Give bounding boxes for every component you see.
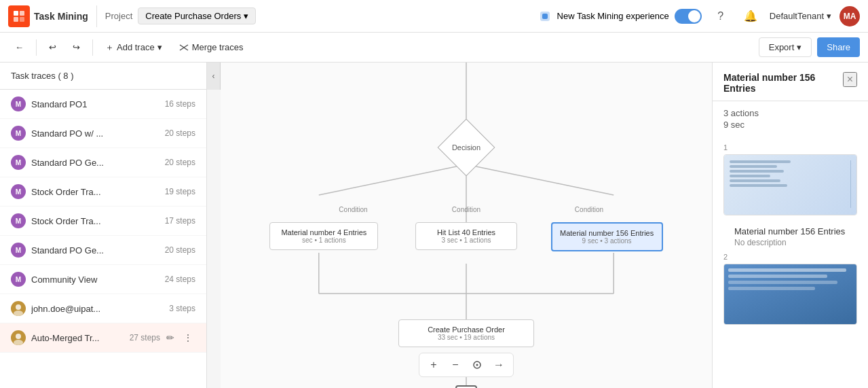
avatar: M [11, 96, 26, 111]
back-icon: ← [15, 42, 24, 52]
node-bottom[interactable]: Create Purchase Order 33 sec • 19 action… [398, 319, 534, 347]
trace-name: Auto-Merged Tr... [31, 333, 124, 343]
left-panel: Task traces ( 8 ) M Standard PO1 16 step… [0, 63, 207, 388]
avatar: M [11, 213, 26, 228]
help-button[interactable]: ? [710, 5, 732, 27]
node-right[interactable]: Material number 156 Entries 9 sec • 3 ac… [551, 222, 663, 251]
trace-item[interactable]: M Standard PO Ge... 20 steps [0, 148, 206, 177]
notifications-button[interactable]: 🔔 [740, 5, 761, 27]
trace-steps: 24 steps [165, 275, 195, 284]
trace-name: Standard PO Ge... [31, 245, 159, 255]
screenshot-thumb[interactable] [723, 154, 857, 215]
share-button[interactable]: Share [817, 37, 860, 57]
user-avatar[interactable]: MA [839, 6, 860, 27]
thumb-line [730, 175, 770, 177]
canvas-content: Condition Condition Condition Decision M… [221, 63, 712, 388]
screenshot-num: 1 [723, 143, 857, 152]
toolbar-right: Export ▾ Share [759, 37, 860, 57]
svg-rect-5 [542, 14, 548, 19]
avatar: M [11, 243, 26, 258]
zoom-in-button[interactable]: + [425, 356, 442, 374]
trace-item[interactable]: john.doe@uipat... 3 steps [0, 294, 206, 323]
avatar [11, 330, 26, 345]
toolbar-divider-2 [92, 39, 93, 56]
actions-count: 3 actions [723, 108, 857, 118]
experience-icon [538, 10, 552, 23]
thumb-line [730, 170, 784, 173]
back-button[interactable]: ← [8, 39, 31, 56]
trace-list: M Standard PO1 16 steps M Standard PO w/… [0, 90, 206, 388]
trace-item[interactable]: M Stock Order Tra... 19 steps [0, 177, 206, 207]
logo-icon [8, 5, 30, 27]
thumb-line [728, 281, 837, 284]
trace-steps: 3 steps [169, 304, 195, 313]
merge-icon [178, 42, 189, 53]
redo-icon: ↪ [73, 42, 80, 52]
experience-toggle-switch[interactable] [675, 9, 702, 24]
redo-button[interactable]: ↪ [66, 39, 87, 56]
nav-right: New Task Mining experience ? 🔔 DefaultTe… [538, 5, 860, 27]
add-trace-button[interactable]: ＋ Add trace ▾ [98, 38, 169, 57]
screenshot-thumb-inner-2 [724, 264, 856, 324]
svg-point-7 [14, 311, 23, 316]
toolbar: ← ↩ ↪ ＋ Add trace ▾ Merge traces Export … [0, 33, 868, 63]
trace-item[interactable]: M Stock Order Tra... 17 steps [0, 207, 206, 236]
trace-name: Standard PO1 [31, 99, 159, 109]
svg-point-9 [14, 340, 23, 345]
project-label: Project [105, 11, 132, 21]
tenant-chevron-icon: ▾ [827, 11, 831, 21]
avatar: M [11, 184, 26, 199]
edit-trace-button[interactable]: ✏ [163, 330, 178, 345]
trace-name: Stock Order Tra... [31, 187, 159, 197]
right-panel-title: Material number 156 Entries [723, 72, 843, 94]
export-button[interactable]: Export ▾ [759, 37, 812, 57]
merge-traces-button[interactable]: Merge traces [172, 39, 250, 56]
svg-rect-2 [14, 17, 18, 22]
thumb-line [728, 268, 846, 272]
undo-button[interactable]: ↩ [42, 39, 63, 56]
trace-item[interactable]: M Standard PO Ge... 20 steps [0, 236, 206, 265]
project-dropdown[interactable]: Create Purchase Orders ▾ [138, 7, 256, 24]
trace-name: Stock Order Tra... [31, 216, 159, 226]
trace-name: Standard PO w/ ... [31, 128, 159, 139]
trace-steps: 27 steps [130, 333, 160, 342]
right-panel-header: Material number 156 Entries × [713, 63, 868, 101]
trace-item[interactable]: M Standard PO1 16 steps [0, 90, 206, 119]
more-options-button[interactable]: ⋮ [181, 330, 195, 345]
node-left[interactable]: Material number 4 Entries sec • 1 action… [269, 222, 378, 250]
toggle-knob [688, 10, 700, 22]
decision-node[interactable]: Decision [446, 127, 487, 168]
trace-item[interactable]: M Community View 24 steps [0, 265, 206, 294]
thumb-line [728, 275, 827, 278]
svg-point-6 [16, 304, 21, 310]
thumb-sidebar [850, 160, 851, 208]
close-panel-button[interactable]: × [843, 72, 857, 87]
thumb-line [730, 160, 791, 163]
product-name: Task Mining [34, 11, 88, 22]
screenshot-thumb[interactable] [723, 264, 857, 325]
tenant-menu[interactable]: DefaultTenant ▾ [770, 11, 831, 21]
trace-name: john.doe@uipat... [31, 304, 164, 314]
thumb-line [730, 165, 777, 168]
undo-icon: ↩ [49, 42, 56, 52]
add-trace-chevron-icon: ▾ [157, 42, 162, 52]
trace-steps: 17 steps [165, 216, 195, 226]
detail-desc: No description [734, 238, 846, 247]
trace-name: Standard PO Ge... [31, 158, 159, 168]
export-chevron-icon: ▾ [797, 42, 801, 52]
trace-item-active[interactable]: Auto-Merged Tr... 27 steps ✏ ⋮ [0, 323, 206, 353]
detail-title: Material number 156 Entries [734, 226, 846, 236]
zoom-next-button[interactable]: → [490, 356, 508, 374]
trace-name: Community View [31, 275, 159, 285]
canvas-area[interactable]: Condition Condition Condition Decision M… [221, 63, 712, 388]
svg-point-25 [476, 364, 478, 366]
screenshot-num: 2 [723, 253, 857, 261]
tenant-label: DefaultTenant [770, 11, 824, 21]
trace-item[interactable]: M Standard PO w/ ... 20 steps [0, 119, 206, 148]
node-mid[interactable]: Hit List 40 Entries 3 sec • 1 actions [415, 222, 517, 250]
zoom-out-button[interactable]: − [447, 356, 464, 374]
svg-rect-1 [20, 11, 24, 16]
collapse-panel-button[interactable]: ‹ [207, 63, 221, 90]
toolbar-divider-1 [36, 39, 37, 56]
zoom-fit-button[interactable] [468, 356, 486, 374]
